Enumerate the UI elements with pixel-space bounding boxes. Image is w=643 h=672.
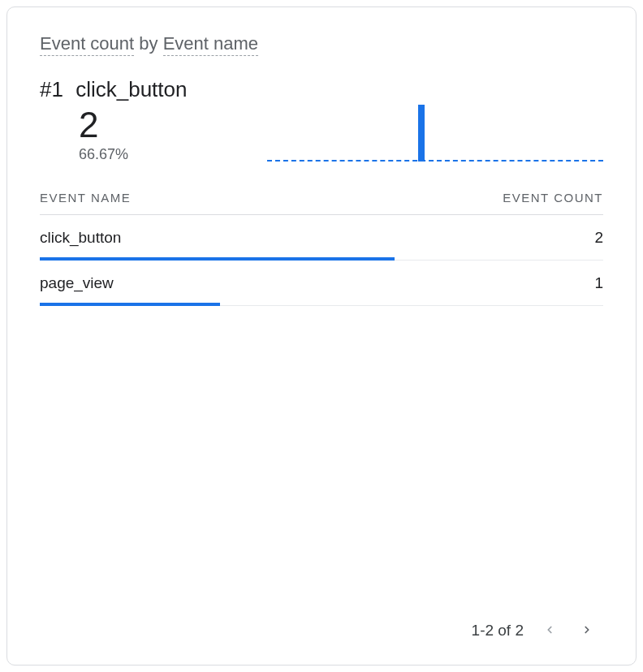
title-by: by xyxy=(139,33,158,54)
chevron-right-icon xyxy=(581,622,593,640)
rank-number: #1 xyxy=(40,77,63,101)
sparkline-bar xyxy=(418,105,425,162)
row-event-count: 1 xyxy=(594,274,603,292)
top-item-percent: 66.67% xyxy=(79,146,251,163)
row-event-name: click_button xyxy=(40,229,121,247)
metric-link[interactable]: Event count xyxy=(40,33,134,56)
row-event-name: page_view xyxy=(40,274,114,292)
pager-next-button[interactable] xyxy=(576,619,598,642)
sparkline xyxy=(267,97,603,162)
top-item-value: 2 xyxy=(79,107,251,143)
dimension-link[interactable]: Event name xyxy=(163,33,258,56)
pager-label: 1-2 of 2 xyxy=(472,622,524,640)
table-row[interactable]: page_view1 xyxy=(40,261,603,306)
analytics-card: Event count by Event name #1 click_butto… xyxy=(6,6,637,666)
table-header: Event Name Event Count xyxy=(40,183,603,215)
table-row[interactable]: click_button2 xyxy=(40,215,603,261)
table-body: click_button2page_view1 xyxy=(40,215,603,306)
card-title: Event count by Event name xyxy=(40,33,603,54)
row-bar xyxy=(40,303,220,306)
pager-prev-button[interactable] xyxy=(538,619,561,642)
header-event-name: Event Name xyxy=(40,191,131,205)
top-item-summary: #1 click_button 2 66.67% xyxy=(40,77,251,163)
sparkline-axis xyxy=(267,160,603,162)
header-event-count: Event Count xyxy=(503,191,603,205)
top-item-row: #1 click_button 2 66.67% xyxy=(40,77,603,163)
top-item-name: click_button xyxy=(76,77,187,101)
pager: 1-2 of 2 xyxy=(40,619,603,642)
row-event-count: 2 xyxy=(594,229,603,247)
rank-label: #1 click_button xyxy=(40,77,251,102)
chevron-left-icon xyxy=(544,622,555,640)
